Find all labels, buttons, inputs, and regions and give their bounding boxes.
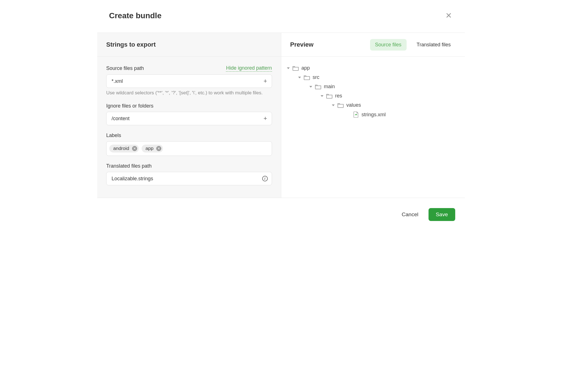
source-path-input-wrap: + [106,74,272,88]
hide-ignored-pattern-link[interactable]: Hide ignored pattern [226,65,272,72]
preview-tabs: Source files Translated files [370,39,456,51]
create-bundle-modal: Create bundle ✕ Strings to export Source… [97,0,465,231]
tree-folder-app[interactable]: app [285,63,456,73]
chevron-down-icon[interactable] [321,95,323,97]
modal-header: Create bundle ✕ [97,0,465,33]
tree-folder-values[interactable]: values [285,101,456,110]
close-icon: ✕ [445,11,452,20]
folder-icon [293,66,299,71]
remove-label-app[interactable]: ✕ [156,146,161,151]
source-path-label: Source files path [106,65,144,71]
add-ignore-button[interactable]: + [259,115,272,122]
close-button[interactable]: ✕ [444,11,453,21]
strings-to-export-title: Strings to export [106,41,156,48]
labels-section: Labels android ✕ app ✕ [106,133,272,156]
chip-text: app [146,146,153,151]
translated-path-info[interactable]: i [262,176,268,181]
labels-label: Labels [106,133,121,138]
folder-icon [304,75,310,80]
folder-icon [315,84,321,89]
strings-to-export-panel: Strings to export Source files path Hide… [97,33,281,198]
left-panel-header: Strings to export [97,33,281,57]
translated-path-label: Translated files path [106,163,151,169]
label-chip-android: android ✕ [109,145,139,152]
labels-input[interactable]: android ✕ app ✕ [106,141,272,156]
tree-label: main [324,84,335,90]
cancel-button[interactable]: Cancel [400,209,421,220]
right-panel-header: Preview Source files Translated files [281,33,465,57]
preview-panel: Preview Source files Translated files ap… [281,33,465,198]
add-source-path-button[interactable]: + [259,78,272,84]
info-icon: i [264,176,266,181]
folder-icon [337,103,344,108]
tree-file-strings-xml[interactable]: strings.xml [285,110,456,119]
translated-path-section: Translated files path i [106,163,272,185]
modal-body: Strings to export Source files path Hide… [97,33,465,198]
modal-title: Create bundle [109,11,162,20]
tab-source-files[interactable]: Source files [370,39,407,51]
tree-folder-src[interactable]: src [285,73,456,82]
folder-icon [326,94,332,99]
ignore-section: Ignore files or folders + [106,103,272,125]
tree-label: src [313,74,319,80]
tree-label: values [346,102,361,108]
tab-translated-files[interactable]: Translated files [412,39,456,51]
tree-folder-main[interactable]: main [285,82,456,91]
close-icon: ✕ [133,147,136,150]
chevron-down-icon[interactable] [309,86,312,88]
ignore-input[interactable] [106,116,259,122]
chip-text: android [113,146,129,151]
modal-footer: Cancel Save [97,198,465,231]
remove-label-android[interactable]: ✕ [132,146,137,151]
tree-label: res [335,93,342,99]
ignore-input-wrap: + [106,112,272,125]
label-chip-app: app ✕ [142,145,163,152]
preview-title: Preview [290,41,314,48]
tree-label: app [302,65,310,71]
source-path-input[interactable] [106,78,259,84]
tree-folder-res[interactable]: res [285,91,456,101]
chevron-down-icon[interactable] [298,77,301,78]
save-button[interactable]: Save [429,208,455,221]
chevron-down-icon[interactable] [287,67,290,69]
tree-spacer [348,113,350,116]
translated-path-input[interactable] [106,176,262,182]
file-tree: app src main [281,57,465,126]
ignore-label: Ignore files or folders [106,103,153,109]
chevron-down-icon[interactable] [332,104,335,106]
plus-icon: + [264,115,267,122]
left-panel-content: Source files path Hide ignored pattern +… [97,57,281,198]
plus-icon: + [264,78,267,85]
translated-path-input-wrap: i [106,172,272,185]
close-icon: ✕ [157,147,160,150]
source-path-header: Source files path Hide ignored pattern [106,65,272,72]
source-path-help: Use wildcard selectors ('**', '*', '?', … [106,90,272,96]
tree-label: strings.xml [362,112,386,118]
file-icon [353,111,359,118]
